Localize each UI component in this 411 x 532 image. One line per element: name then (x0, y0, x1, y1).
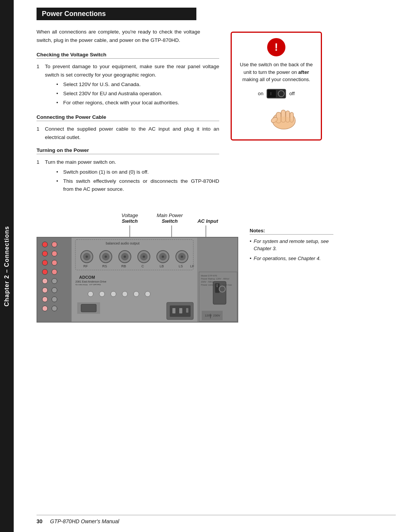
cable-text: Connect the supplied power cable to the … (45, 125, 219, 141)
svg-text:I: I (271, 92, 272, 96)
svg-text:RF: RF (83, 264, 88, 268)
bullet-switch-pos: • Switch position (1) is on and (0) is o… (56, 168, 219, 176)
svg-point-19 (52, 251, 57, 256)
image-column: ! Use the switch on the back of the unit… (227, 28, 326, 197)
svg-text:LS: LS (178, 264, 183, 268)
main-content: Power Connections When all connections a… (14, 0, 411, 338)
switch-illustration: on I off (238, 89, 315, 99)
svg-point-17 (52, 242, 57, 247)
intro-paragraph: When all connections are complete, you'r… (37, 28, 200, 44)
hand-svg (255, 102, 297, 132)
diagram-section: VoltageSwitch Main PowerSwitch AC Input (37, 212, 396, 323)
panel-svg: balanced audio output (37, 238, 238, 323)
svg-point-28 (42, 297, 48, 302)
svg-point-22 (42, 269, 48, 275)
voltage-text: To prevent damage to your equipment, mak… (45, 64, 219, 78)
svg-text:C: C (142, 264, 144, 268)
svg-point-66 (99, 291, 105, 297)
svg-point-27 (52, 288, 57, 293)
svg-text:RS: RS (102, 264, 107, 268)
switch-svg: I (266, 89, 286, 99)
warning-box: ! Use the switch on the back of the unit… (231, 32, 322, 141)
svg-rect-89 (172, 308, 175, 313)
svg-point-46 (143, 256, 145, 258)
sidebar-label: Chapter 2 – Connections (3, 226, 10, 306)
switch-on-label: on (258, 90, 263, 97)
svg-point-26 (42, 288, 48, 293)
power-list: 1 Turn the main power switch on. • Switc… (37, 158, 219, 195)
svg-point-10 (274, 117, 293, 129)
footer-title: GTP-870HD Owner's Manual (50, 518, 119, 524)
switch-off-label: off (289, 90, 295, 97)
svg-text:120V: 120V (205, 314, 212, 317)
label-main-power: Main PowerSwitch (149, 212, 191, 224)
rear-panel: balanced audio output (37, 237, 238, 323)
warning-icon: ! (267, 38, 285, 56)
svg-point-29 (52, 297, 57, 302)
svg-text:230V - 50Hz: 230V - 50Hz (201, 281, 213, 283)
svg-text:RB: RB (121, 264, 126, 268)
voltage-item-1: 1 To prevent damage to your equipment, m… (37, 62, 219, 108)
svg-text:2081 East Anderson Drive: 2081 East Anderson Drive (75, 280, 106, 283)
svg-rect-90 (179, 308, 182, 313)
svg-point-65 (88, 291, 93, 297)
section-cable-heading: Connecting the Power Cable (37, 114, 219, 121)
svg-point-30 (42, 306, 48, 311)
content-columns: When all connections are complete, you'r… (37, 28, 396, 197)
label-voltage: VoltageSwitch (111, 212, 149, 224)
svg-text:Power Rating: 120V - 60Hz/: Power Rating: 120V - 60Hz/ (201, 278, 229, 280)
svg-text:Model GTP-870: Model GTP-870 (201, 275, 217, 277)
diagram-label-row: VoltageSwitch Main PowerSwitch AC Input (111, 212, 238, 224)
svg-text:230V: 230V (213, 314, 220, 317)
notes-list: • For system and remote setup, see Chapt… (250, 238, 333, 262)
svg-point-31 (52, 306, 57, 311)
warning-text: Use the switch on the back of the unit t… (238, 61, 315, 83)
svg-rect-72 (81, 304, 96, 312)
svg-text:ADCOM: ADCOM (79, 275, 95, 280)
svg-text:Power consumption: 30W max: Power consumption: 30W max (201, 284, 232, 286)
bullet-other: • For other regions, check with your loc… (56, 99, 219, 107)
power-item-1: 1 Turn the main power switch on. • Switc… (37, 158, 219, 195)
svg-point-69 (134, 291, 139, 297)
svg-point-52 (181, 256, 183, 258)
svg-point-37 (86, 256, 88, 258)
svg-point-25 (52, 278, 57, 284)
page-number: 30 (37, 518, 43, 524)
svg-point-21 (52, 260, 57, 265)
diagram-labels-container: VoltageSwitch Main PowerSwitch AC Input (37, 212, 238, 323)
power-text: Turn the main power switch on. (45, 159, 116, 165)
svg-point-18 (42, 251, 48, 256)
svg-rect-1 (267, 89, 276, 98)
voltage-bullets: • Select 120V for U.S. and Canada. • Sel… (56, 80, 219, 107)
svg-point-23 (52, 269, 57, 275)
svg-point-40 (105, 256, 107, 258)
diagram-left: VoltageSwitch Main PowerSwitch AC Input (37, 212, 238, 323)
svg-text:LF: LF (190, 264, 194, 268)
voltage-list: 1 To prevent damage to your equipment, m… (37, 62, 219, 108)
bullet-switch-disc: • This switch effectively connects or di… (56, 177, 219, 193)
connector-lines-svg (37, 225, 238, 237)
svg-point-43 (124, 256, 126, 258)
notes-section: Notes: • For system and remote setup, se… (250, 228, 333, 265)
section-power-heading: Turning on the Power (37, 147, 219, 154)
section-title: Power Connections (37, 8, 196, 20)
svg-text:LB: LB (159, 264, 164, 268)
svg-point-24 (42, 278, 48, 284)
sidebar: Chapter 2 – Connections (0, 0, 14, 532)
notes-heading: Notes: (250, 228, 333, 235)
svg-point-49 (162, 256, 164, 258)
label-ac-input: AC Input (191, 218, 225, 224)
svg-point-20 (42, 260, 48, 265)
svg-point-68 (122, 291, 127, 297)
power-bullets: • Switch position (1) is on and (0) is o… (56, 168, 219, 193)
svg-point-70 (145, 291, 150, 297)
note-item-2: • For operations, see Chapter 4. (250, 255, 333, 262)
note-item-1: • For system and remote setup, see Chapt… (250, 238, 333, 252)
cable-item-1: 1 Connect the supplied power cable to th… (37, 125, 219, 141)
svg-rect-91 (186, 308, 188, 313)
svg-text:balanced audio output: balanced audio output (106, 241, 140, 245)
svg-point-16 (42, 242, 48, 247)
text-column: When all connections are complete, you'r… (37, 28, 219, 197)
bullet-230v: • Select 230V for EU and Australia opera… (56, 89, 219, 98)
section-voltage-heading: Checking the Voltage Switch (37, 52, 219, 59)
